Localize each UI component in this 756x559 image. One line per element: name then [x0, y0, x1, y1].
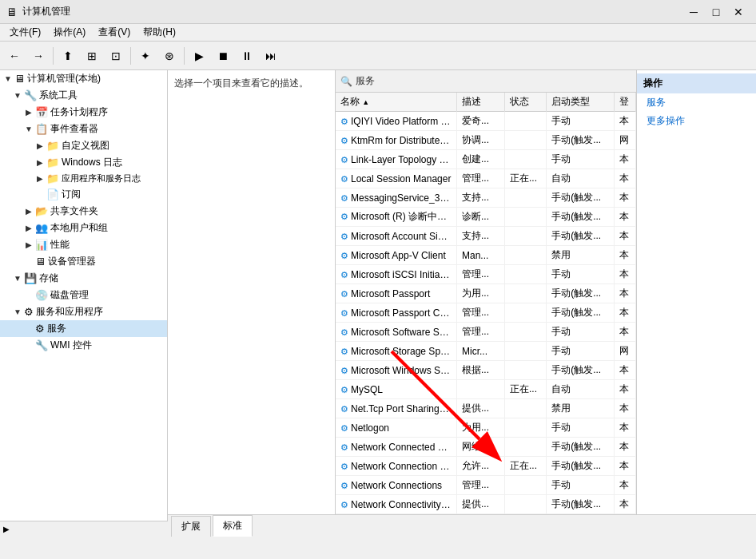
cell-login: 本: [614, 169, 635, 188]
menu-file[interactable]: 文件(F): [3, 24, 47, 41]
tree-local-users[interactable]: ▶ 👥 本地用户和组: [0, 220, 167, 236]
cell-login: 本: [614, 323, 635, 342]
table-row[interactable]: ⚙Microsoft (R) 诊断中心标... 诊断... 手动(触发... 本: [336, 208, 636, 227]
cell-desc: 根据...: [457, 361, 505, 380]
table-row[interactable]: ⚙Microsoft Software Shad... 管理... 手动 本: [336, 323, 636, 342]
cell-login: 本: [614, 418, 635, 438]
tree-task-scheduler[interactable]: ▶ 📅 任务计划程序: [0, 104, 167, 121]
service-icon: ⚙: [340, 423, 348, 433]
tree-root[interactable]: ▼ 🖥 计算机管理(本地): [0, 70, 167, 87]
tab-standard[interactable]: 标准: [213, 515, 253, 537]
cell-name: ⚙Microsoft App-V Client: [336, 246, 457, 265]
minimize-button[interactable]: ─: [682, 1, 705, 23]
tree-win-log[interactable]: ▶ 📁 Windows 日志: [0, 154, 167, 171]
services-panel: 选择一个项目来查看它的描述。 🔍 服务 名称 ▲ 描述: [168, 70, 756, 514]
table-row[interactable]: ⚙KtmRm for Distributed Tr... 协调... 手动(触发…: [336, 131, 636, 150]
table-row[interactable]: ⚙Network Connections 管理... 手动 本: [336, 476, 636, 495]
col-name[interactable]: 名称 ▲: [336, 93, 457, 112]
maximize-button[interactable]: □: [705, 1, 727, 23]
tree-shared-folders[interactable]: ▶ 📂 共享文件夹: [0, 203, 167, 220]
close-button[interactable]: ✕: [727, 1, 750, 23]
tree-svc-app[interactable]: ▼ ⚙ 服务和应用程序: [0, 303, 167, 320]
tree-arrow-ev: ▼: [22, 125, 35, 133]
table-row[interactable]: ⚙Link-Layer Topology Disc... 创建... 手动 本: [336, 150, 636, 169]
cell-desc: 允许...: [457, 457, 505, 476]
cell-desc: 协调...: [457, 131, 505, 150]
tree-system-tools[interactable]: ▼ 🔧 系统工具: [0, 87, 167, 104]
service-icon: ⚙: [340, 232, 348, 241]
tb-help[interactable]: ✦: [134, 45, 157, 67]
table-row[interactable]: ⚙Microsoft App-V Client Man... 禁用 本: [336, 246, 636, 265]
tb-pause[interactable]: ⏸: [236, 45, 258, 67]
tb-play[interactable]: ▶: [188, 45, 210, 67]
tree-disk-mgr[interactable]: 💿 磁盘管理: [0, 287, 167, 303]
table-row[interactable]: ⚙Local Session Manager 管理... 正在... 自动 本: [336, 169, 636, 188]
cell-start-type: 手动: [547, 476, 615, 495]
table-row[interactable]: ⚙Microsoft iSCSI Initiator ... 管理... 手动 …: [336, 265, 636, 284]
table-row[interactable]: ⚙Network Connected Devi... 网络... 手动(触发..…: [336, 438, 636, 457]
col-desc[interactable]: 描述: [457, 93, 505, 112]
cell-status: [505, 303, 547, 323]
main-container: ▼ 🖥 计算机管理(本地) ▼ 🔧 系统工具 ▶ 📅 任务计划程序 ▼ 📋 事件…: [0, 70, 756, 537]
desc-text: 选择一个项目来查看它的描述。: [174, 77, 308, 89]
cell-start-type: 手动(触发...: [547, 457, 615, 476]
table-row[interactable]: ⚙Net.Tcp Port Sharing Ser... 提供... 禁用 本: [336, 399, 636, 418]
tb-show-hide-tree[interactable]: ⊞: [81, 45, 103, 67]
table-row[interactable]: ⚙Microsoft Passport 为用... 手动(触发... 本: [336, 284, 636, 303]
table-row[interactable]: ⚙Microsoft Windows SMS ... 根据... 手动(触发..…: [336, 361, 636, 380]
tree-label-root: 计算机管理(本地): [27, 72, 101, 85]
tb-up[interactable]: ⬆: [57, 45, 79, 67]
cell-status: [505, 438, 547, 457]
cell-status: [505, 188, 547, 208]
table-row[interactable]: ⚙IQIYI Video Platform Ser... 爱奇... 手动 本: [336, 112, 636, 131]
tree-wmi[interactable]: 🔧 WMI 控件: [0, 337, 167, 354]
tb-forward[interactable]: →: [27, 45, 50, 67]
table-row[interactable]: ⚙Microsoft Passport Cont... 管理... 手动(触发.…: [336, 303, 636, 323]
menu-action[interactable]: 操作(A): [47, 24, 92, 41]
action-more[interactable]: 更多操作: [637, 112, 756, 130]
tree-subscription[interactable]: 📄 订阅: [0, 186, 167, 203]
tree-icon-disk: 💿: [35, 289, 48, 301]
tree-arrow-sa: ▼: [11, 307, 24, 316]
tree-performance[interactable]: ▶ 📊 性能: [0, 236, 167, 253]
cell-desc: 为用...: [457, 418, 505, 438]
service-icon: ⚙: [340, 270, 348, 280]
tree-app-svc-log[interactable]: ▶ 📁 应用程序和服务日志: [0, 171, 167, 186]
tb-back[interactable]: ←: [3, 45, 26, 67]
col-start-type[interactable]: 启动类型: [547, 93, 615, 112]
right-container: 选择一个项目来查看它的描述。 🔍 服务 名称 ▲ 描述: [168, 70, 756, 537]
table-row[interactable]: ⚙MessagingService_37bb4... 支持... 手动(触发..…: [336, 188, 636, 208]
table-row[interactable]: ⚙Microsoft Storage Space... Micr... 手动 网: [336, 342, 636, 361]
table-row[interactable]: ⚙Network Connectivity Ass... 提供... 手动(触发…: [336, 495, 636, 514]
tree-event-viewer[interactable]: ▼ 📋 事件查看器: [0, 121, 167, 137]
menu-help[interactable]: 帮助(H): [137, 24, 182, 41]
table-row[interactable]: ⚙Netlogon 为用... 手动 本: [336, 418, 636, 438]
col-status[interactable]: 状态: [505, 93, 547, 112]
cell-start-type: 自动: [547, 380, 615, 399]
table-row[interactable]: ⚙Microsoft Account Sign-i... 支持... 手动(触发…: [336, 227, 636, 246]
tree-custom-views[interactable]: ▶ 📁 自定义视图: [0, 137, 167, 154]
tb-stop[interactable]: ⏹: [212, 45, 234, 67]
menu-view[interactable]: 查看(V): [92, 24, 137, 41]
cell-start-type: 手动: [547, 418, 615, 438]
service-icon: ⚙: [340, 174, 348, 184]
cell-desc: 为用...: [457, 284, 505, 303]
cell-start-type: 手动(触发...: [547, 131, 615, 150]
action-services[interactable]: 服务: [637, 93, 756, 112]
table-row[interactable]: ⚙MySQL 正在... 自动 本: [336, 380, 636, 399]
tree-device-mgr[interactable]: 🖥 设备管理器: [0, 253, 167, 270]
tab-expand[interactable]: 扩展: [171, 516, 211, 537]
tb-restart[interactable]: ⏭: [260, 45, 282, 67]
services-table[interactable]: 名称 ▲ 描述 状态 启动类型 登 ⚙IQIYI Video Platform …: [336, 93, 636, 514]
tree-expand-btn[interactable]: ▶: [3, 525, 10, 533]
tb-item3[interactable]: ⊛: [158, 45, 181, 67]
tree-arrow-perf: ▶: [22, 240, 35, 249]
tb-item2[interactable]: ⊡: [105, 45, 127, 67]
col-login[interactable]: 登: [614, 93, 635, 112]
tree-storage[interactable]: ▼ 💾 存储: [0, 270, 167, 287]
cell-status: [505, 227, 547, 246]
cell-name: ⚙Network Connection Bro...: [336, 457, 457, 476]
tree-services[interactable]: ⚙ 服务: [0, 320, 167, 337]
table-row[interactable]: ⚙Network Connection Bro... 允许... 正在... 手…: [336, 457, 636, 476]
cell-desc: 爱奇...: [457, 112, 505, 131]
